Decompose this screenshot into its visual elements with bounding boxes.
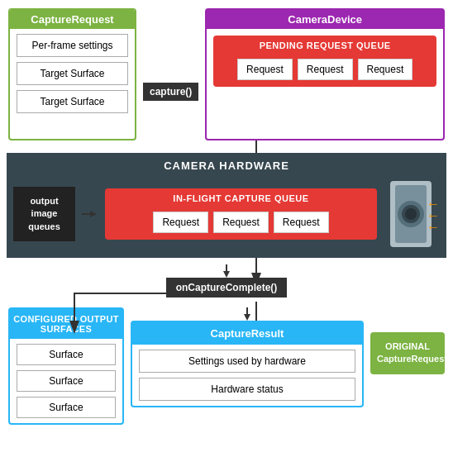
inflight-title: IN-FLIGHT CAPTURE QUEUE [107,190,375,207]
hardware-section: CAMERA HARDWARE output imagequeues IN-FL… [7,153,446,258]
svg-marker-15 [223,271,230,278]
output-queues-label: output imagequeues [13,187,75,241]
camera-device-box: CameraDevice PENDING REQUEST QUEUE Reque… [205,8,445,140]
original-capture-request: ORIGINAL CaptureRequest [370,332,445,374]
capture-request-title: CaptureRequest [10,10,135,29]
queue-arrow [82,206,98,222]
pending-request-2: Request [358,59,413,80]
pending-request-0: Request [237,59,293,80]
hardware-title: CAMERA HARDWARE [13,158,440,177]
camera-device-title: CameraDevice [207,10,443,29]
down-arrow-1 [221,264,232,278]
camera-icon: ← ← ← [384,177,440,251]
capture-result-box: CaptureResult Settings used by hardware … [131,321,364,407]
inflight-request-1: Request [213,212,269,233]
svg-marker-5 [90,211,97,217]
pending-queue-box: PENDING REQUEST QUEUE Request Request Re… [213,36,436,87]
capture-result-title: CaptureResult [132,322,362,345]
inflight-box: IN-FLIGHT CAPTURE QUEUE Request Request … [105,188,377,240]
pending-queue-title: PENDING REQUEST QUEUE [215,37,435,54]
surface-item-2: Surface [17,397,116,418]
inflight-request-2: Request [274,212,329,233]
hardware-inner: output imagequeues IN-FLIGHT CAPTURE QUE… [13,177,440,251]
configured-surfaces-title: CONFIGURED OUTPUTSURFACES [10,309,122,339]
surface-item-0: Surface [17,344,116,365]
inflight-items-row: Request Request Request [107,207,375,238]
capture-request-item-1: Target Surface [17,62,128,85]
bottom-section: CONFIGURED OUTPUTSURFACES Surface Surfac… [0,302,453,433]
capture-request-item-0: Per-frame settings [17,34,128,57]
svg-marker-17 [244,314,250,321]
capture-result-item-1: Hardware status [139,378,355,401]
capture-complete-label: onCaptureComplete() [166,278,288,298]
down-arrow-2 [241,307,253,321]
svg-point-10 [405,208,417,220]
capture-result-item-0: Settings used by hardware [139,350,355,373]
pending-request-1: Request [298,59,353,80]
capture-request-box: CaptureRequest Per-frame settings Target… [8,8,136,140]
configured-surfaces-box: CONFIGURED OUTPUTSURFACES Surface Surfac… [8,307,124,425]
capture-request-item-2: Target Surface [17,90,128,113]
capture-label: capture() [143,83,198,101]
svg-text:←: ← [427,220,440,234]
top-section: CaptureRequest Per-frame settings Target… [0,0,453,153]
pending-requests-row: Request Request Request [215,54,435,85]
surface-item-1: Surface [17,370,116,392]
inflight-request-0: Request [153,212,208,233]
capture-complete-area: onCaptureComplete() [0,258,453,302]
